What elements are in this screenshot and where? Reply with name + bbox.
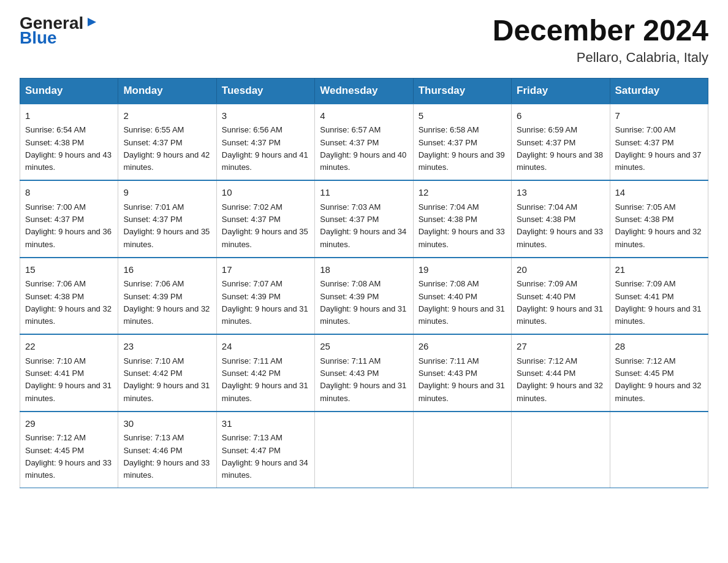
day-number: 5: [419, 109, 506, 123]
day-number: 3: [222, 109, 309, 123]
day-info: Sunrise: 6:57 AMSunset: 4:37 PMDaylight:…: [320, 125, 406, 172]
page-title: December 2024: [493, 15, 708, 47]
day-number: 10: [222, 186, 309, 200]
day-header-sunday: Sunday: [20, 78, 118, 104]
day-number: 2: [123, 109, 211, 123]
calendar-cell: 30Sunrise: 7:13 AMSunset: 4:46 PMDayligh…: [118, 412, 216, 488]
day-number: 31: [222, 417, 309, 431]
day-number: 7: [615, 109, 703, 123]
day-number: 19: [419, 263, 506, 277]
calendar-cell: 17Sunrise: 7:07 AMSunset: 4:39 PMDayligh…: [216, 258, 314, 335]
day-number: 1: [25, 109, 113, 123]
day-info: Sunrise: 7:11 AMSunset: 4:43 PMDaylight:…: [320, 356, 406, 403]
calendar-cell: 25Sunrise: 7:11 AMSunset: 4:43 PMDayligh…: [315, 334, 413, 412]
calendar-cell: 4Sunrise: 6:57 AMSunset: 4:37 PMDaylight…: [315, 104, 413, 181]
day-info: Sunrise: 7:11 AMSunset: 4:43 PMDaylight:…: [419, 356, 505, 403]
svg-marker-0: [88, 18, 96, 26]
day-info: Sunrise: 7:04 AMSunset: 4:38 PMDaylight:…: [419, 202, 505, 249]
day-info: Sunrise: 7:12 AMSunset: 4:44 PMDaylight:…: [517, 356, 603, 403]
day-info: Sunrise: 7:08 AMSunset: 4:39 PMDaylight:…: [320, 279, 406, 326]
day-number: 30: [123, 417, 211, 431]
calendar-cell: 31Sunrise: 7:13 AMSunset: 4:47 PMDayligh…: [216, 412, 314, 488]
day-number: 25: [320, 340, 408, 354]
page-header: General Blue December 2024 Pellaro, Cala…: [20, 15, 708, 66]
day-info: Sunrise: 7:04 AMSunset: 4:38 PMDaylight:…: [517, 202, 603, 249]
calendar-cell: 6Sunrise: 6:59 AMSunset: 4:37 PMDaylight…: [512, 104, 610, 181]
calendar-cell: 29Sunrise: 7:12 AMSunset: 4:45 PMDayligh…: [20, 412, 118, 488]
calendar-week-1: 1Sunrise: 6:54 AMSunset: 4:38 PMDaylight…: [20, 104, 708, 181]
day-number: 28: [615, 340, 703, 354]
day-header-monday: Monday: [118, 78, 216, 104]
day-number: 14: [615, 186, 703, 200]
day-number: 8: [25, 186, 113, 200]
calendar-cell: 19Sunrise: 7:08 AMSunset: 4:40 PMDayligh…: [413, 258, 511, 335]
calendar-table: SundayMondayTuesdayWednesdayThursdayFrid…: [20, 78, 708, 489]
calendar-cell: 21Sunrise: 7:09 AMSunset: 4:41 PMDayligh…: [610, 258, 708, 335]
calendar-cell: 13Sunrise: 7:04 AMSunset: 4:38 PMDayligh…: [512, 180, 610, 258]
day-info: Sunrise: 7:00 AMSunset: 4:37 PMDaylight:…: [25, 202, 112, 249]
calendar-cell: 8Sunrise: 7:00 AMSunset: 4:37 PMDaylight…: [20, 180, 118, 258]
calendar-cell: 24Sunrise: 7:11 AMSunset: 4:42 PMDayligh…: [216, 334, 314, 412]
day-info: Sunrise: 6:54 AMSunset: 4:38 PMDaylight:…: [25, 125, 112, 172]
day-number: 16: [123, 263, 211, 277]
day-info: Sunrise: 7:01 AMSunset: 4:37 PMDaylight:…: [123, 202, 210, 249]
day-number: 24: [222, 340, 309, 354]
day-number: 26: [419, 340, 506, 354]
day-number: 15: [25, 263, 113, 277]
calendar-cell: 20Sunrise: 7:09 AMSunset: 4:40 PMDayligh…: [512, 258, 610, 335]
calendar-cell: 9Sunrise: 7:01 AMSunset: 4:37 PMDaylight…: [118, 180, 216, 258]
day-number: 12: [419, 186, 506, 200]
calendar-cell: [610, 412, 708, 488]
calendar-header-row: SundayMondayTuesdayWednesdayThursdayFrid…: [20, 78, 708, 104]
day-number: 4: [320, 109, 408, 123]
day-info: Sunrise: 7:13 AMSunset: 4:46 PMDaylight:…: [123, 433, 210, 480]
day-info: Sunrise: 7:06 AMSunset: 4:39 PMDaylight:…: [123, 279, 210, 326]
day-number: 23: [123, 340, 211, 354]
day-number: 22: [25, 340, 113, 354]
calendar-cell: 12Sunrise: 7:04 AMSunset: 4:38 PMDayligh…: [413, 180, 511, 258]
calendar-week-3: 15Sunrise: 7:06 AMSunset: 4:38 PMDayligh…: [20, 258, 708, 335]
calendar-cell: 18Sunrise: 7:08 AMSunset: 4:39 PMDayligh…: [315, 258, 413, 335]
calendar-cell: 27Sunrise: 7:12 AMSunset: 4:44 PMDayligh…: [512, 334, 610, 412]
calendar-cell: 7Sunrise: 7:00 AMSunset: 4:37 PMDaylight…: [610, 104, 708, 181]
day-number: 9: [123, 186, 211, 200]
day-info: Sunrise: 7:09 AMSunset: 4:41 PMDaylight:…: [615, 279, 702, 326]
calendar-cell: 5Sunrise: 6:58 AMSunset: 4:37 PMDaylight…: [413, 104, 511, 181]
day-info: Sunrise: 7:13 AMSunset: 4:47 PMDaylight:…: [222, 433, 308, 480]
calendar-cell: [315, 412, 413, 488]
calendar-week-4: 22Sunrise: 7:10 AMSunset: 4:41 PMDayligh…: [20, 334, 708, 412]
day-number: 6: [517, 109, 604, 123]
day-info: Sunrise: 7:02 AMSunset: 4:37 PMDaylight:…: [222, 202, 308, 249]
calendar-week-2: 8Sunrise: 7:00 AMSunset: 4:37 PMDaylight…: [20, 180, 708, 258]
calendar-cell: 10Sunrise: 7:02 AMSunset: 4:37 PMDayligh…: [216, 180, 314, 258]
day-header-tuesday: Tuesday: [216, 78, 314, 104]
calendar-cell: 23Sunrise: 7:10 AMSunset: 4:42 PMDayligh…: [118, 334, 216, 412]
day-info: Sunrise: 7:03 AMSunset: 4:37 PMDaylight:…: [320, 202, 406, 249]
day-info: Sunrise: 7:10 AMSunset: 4:41 PMDaylight:…: [25, 356, 112, 403]
logo-blue-text: Blue: [20, 29, 99, 47]
calendar-cell: 28Sunrise: 7:12 AMSunset: 4:45 PMDayligh…: [610, 334, 708, 412]
day-number: 17: [222, 263, 309, 277]
day-header-thursday: Thursday: [413, 78, 511, 104]
day-info: Sunrise: 6:55 AMSunset: 4:37 PMDaylight:…: [123, 125, 210, 172]
calendar-cell: 16Sunrise: 7:06 AMSunset: 4:39 PMDayligh…: [118, 258, 216, 335]
day-number: 11: [320, 186, 408, 200]
day-number: 18: [320, 263, 408, 277]
calendar-cell: 14Sunrise: 7:05 AMSunset: 4:38 PMDayligh…: [610, 180, 708, 258]
day-info: Sunrise: 7:05 AMSunset: 4:38 PMDaylight:…: [615, 202, 702, 249]
day-number: 20: [517, 263, 604, 277]
day-number: 29: [25, 417, 113, 431]
calendar-cell: [413, 412, 511, 488]
logo: General Blue: [20, 15, 99, 47]
day-info: Sunrise: 7:06 AMSunset: 4:38 PMDaylight:…: [25, 279, 112, 326]
calendar-week-5: 29Sunrise: 7:12 AMSunset: 4:45 PMDayligh…: [20, 412, 708, 488]
day-header-friday: Friday: [512, 78, 610, 104]
day-info: Sunrise: 7:07 AMSunset: 4:39 PMDaylight:…: [222, 279, 308, 326]
day-info: Sunrise: 6:59 AMSunset: 4:37 PMDaylight:…: [517, 125, 603, 172]
day-number: 21: [615, 263, 703, 277]
calendar-cell: 26Sunrise: 7:11 AMSunset: 4:43 PMDayligh…: [413, 334, 511, 412]
day-info: Sunrise: 7:12 AMSunset: 4:45 PMDaylight:…: [25, 433, 112, 480]
day-info: Sunrise: 7:10 AMSunset: 4:42 PMDaylight:…: [123, 356, 210, 403]
calendar-cell: 1Sunrise: 6:54 AMSunset: 4:38 PMDaylight…: [20, 104, 118, 181]
calendar-cell: 22Sunrise: 7:10 AMSunset: 4:41 PMDayligh…: [20, 334, 118, 412]
